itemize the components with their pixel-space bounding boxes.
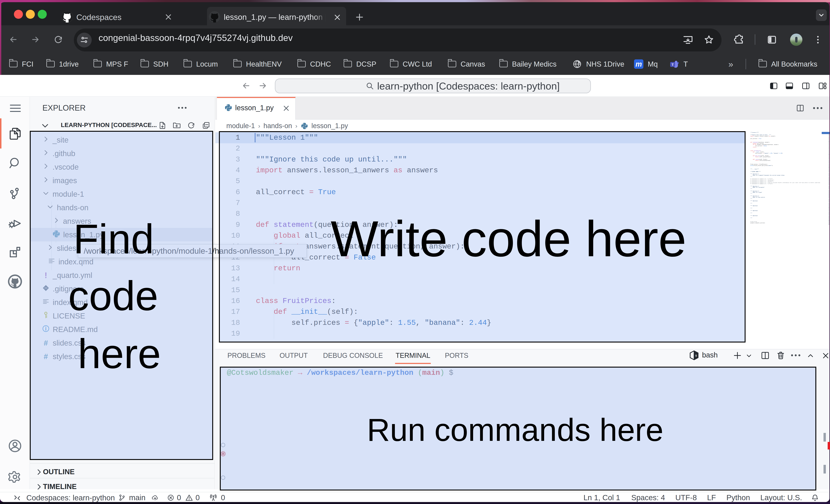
svg-text:$: $ — [695, 354, 697, 357]
svg-text:T: T — [672, 63, 674, 67]
